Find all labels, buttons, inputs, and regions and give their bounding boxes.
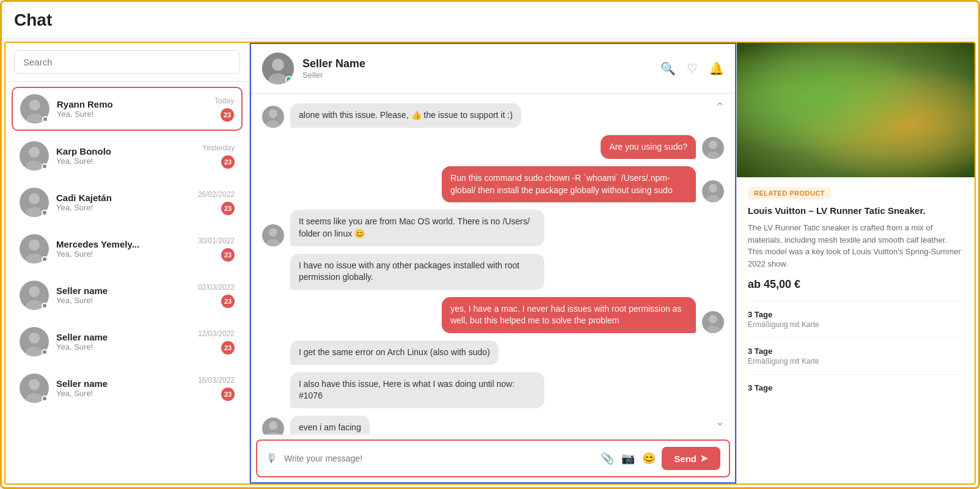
online-dot bbox=[42, 116, 48, 122]
contact-date: 12/03/2022 bbox=[198, 329, 235, 338]
avatar-container bbox=[20, 188, 49, 217]
paperclip-icon[interactable]: 📎 bbox=[601, 452, 614, 465]
related-label: RELATED PRODUCT bbox=[748, 187, 831, 199]
contact-info: Cadi Kajetán Yea, Sure! bbox=[56, 193, 198, 212]
contact-meta: 16/03/2022 23 bbox=[198, 376, 235, 401]
message-avatar bbox=[262, 106, 284, 128]
chat-seller-role: Seller bbox=[302, 70, 660, 79]
scroll-up-icon[interactable]: ⌃ bbox=[715, 100, 725, 114]
svg-point-37 bbox=[709, 315, 717, 323]
contact-item[interactable]: Seller name Yea, Sure! 02/03/2022 23 bbox=[12, 274, 243, 317]
contact-date: 16/03/2022 bbox=[198, 376, 235, 384]
unread-badge: 23 bbox=[221, 202, 235, 215]
contact-meta: 02/03/2022 23 bbox=[198, 283, 235, 308]
message-row: Are you using sudo? bbox=[262, 135, 724, 160]
contact-item[interactable]: Karp Bonolo Yea, Sure! Yesterday 23 bbox=[12, 134, 243, 177]
contact-meta: 12/03/2022 23 bbox=[198, 329, 235, 355]
avatar-container bbox=[20, 94, 49, 123]
svg-point-28 bbox=[709, 141, 717, 149]
option-subtitle: Ermäßigung mit Karte bbox=[748, 320, 964, 329]
mic-icon[interactable]: 🎙 bbox=[266, 452, 278, 466]
chat-header-icons: 🔍 ♡ 🔔 bbox=[660, 61, 724, 76]
message-bubble: I have no issue with any other packages … bbox=[290, 254, 544, 290]
svg-point-16 bbox=[29, 333, 40, 344]
contact-meta: Yesterday 23 bbox=[202, 144, 235, 169]
send-label: Send bbox=[674, 454, 697, 464]
contact-date: Yesterday bbox=[202, 144, 235, 152]
online-dot bbox=[42, 210, 48, 216]
related-product-section: RELATED PRODUCT Louis Vuitton – LV Runne… bbox=[737, 177, 975, 412]
svg-point-19 bbox=[29, 379, 40, 390]
message-bubble: It seems like you are from Mac OS world.… bbox=[290, 210, 544, 246]
message-row: I get the same error on Arch Linux (also… bbox=[262, 340, 724, 365]
contact-name: Seller name bbox=[56, 332, 198, 342]
contact-item[interactable]: Seller name Yea, Sure! 16/03/2022 23 bbox=[12, 367, 243, 410]
svg-point-7 bbox=[29, 193, 40, 204]
product-option-row: 3 Tage bbox=[748, 374, 964, 402]
scroll-down-icon[interactable]: ⌄ bbox=[715, 414, 725, 428]
contact-item[interactable]: Seller name Yea, Sure! 12/03/2022 23 bbox=[12, 320, 243, 363]
contact-item[interactable]: Ryann Remo Yea, Sure! Today 23 bbox=[12, 87, 243, 131]
contact-name: Mercedes Yemely... bbox=[56, 239, 198, 249]
search-icon[interactable]: 🔍 bbox=[660, 61, 676, 76]
online-dot bbox=[42, 395, 48, 402]
heart-icon[interactable]: ♡ bbox=[687, 61, 698, 76]
contact-preview: Yea, Sure! bbox=[57, 109, 214, 119]
bell-icon[interactable]: 🔔 bbox=[709, 61, 724, 76]
svg-point-40 bbox=[269, 421, 277, 430]
unread-badge: 23 bbox=[221, 248, 235, 262]
message-bubble: I get the same error on Arch Linux (also… bbox=[290, 340, 499, 365]
product-price: ab 45,00 € bbox=[748, 278, 964, 291]
contact-date: 30/01/2022 bbox=[198, 237, 235, 245]
online-dot bbox=[42, 303, 48, 309]
right-panel: RELATED PRODUCT Louis Vuitton – LV Runne… bbox=[736, 43, 975, 483]
online-dot bbox=[42, 349, 48, 355]
chat-input-area: 🎙 📎 📷 😊 Send ➤ bbox=[256, 439, 730, 477]
contact-preview: Yea, Sure! bbox=[56, 342, 198, 351]
contact-info: Mercedes Yemely... Yea, Sure! bbox=[56, 239, 198, 259]
online-indicator bbox=[285, 76, 293, 83]
avatar-container bbox=[20, 327, 49, 356]
product-title: Louis Vuitton – LV Runner Tatic Sneaker. bbox=[748, 205, 964, 216]
emoji-icon[interactable]: 😊 bbox=[642, 452, 656, 465]
chat-header: Seller Name Seller 🔍 ♡ 🔔 bbox=[251, 44, 735, 94]
message-bubble: alone with this issue. Please, 👍 the iss… bbox=[290, 103, 521, 128]
contact-item[interactable]: Cadi Kajetán Yea, Sure! 26/02/2022 23 bbox=[12, 181, 243, 224]
contact-list: Ryann Remo Yea, Sure! Today 23 Karp Bono… bbox=[5, 82, 249, 483]
unread-badge: 23 bbox=[221, 341, 235, 355]
camera-icon[interactable]: 📷 bbox=[621, 452, 635, 465]
message-avatar bbox=[702, 180, 724, 202]
unread-badge: 23 bbox=[221, 108, 234, 122]
message-row: yes, I have a mac. I never had issues wi… bbox=[262, 297, 724, 333]
contact-name: Karp Bonolo bbox=[56, 146, 202, 156]
input-icons: 📎 📷 😊 bbox=[601, 452, 656, 465]
message-input[interactable] bbox=[284, 454, 594, 463]
message-bubble: I also have this issue, Here is what I w… bbox=[290, 372, 544, 408]
chat-header-avatar bbox=[262, 53, 294, 84]
svg-point-10 bbox=[29, 240, 40, 251]
contact-preview: Yea, Sure! bbox=[56, 156, 202, 166]
product-option-row: 3 Tage Ermäßigung mit Karte bbox=[748, 301, 964, 337]
contact-preview: Yea, Sure! bbox=[56, 296, 198, 305]
search-input[interactable] bbox=[14, 50, 240, 74]
option-title: 3 Tage bbox=[748, 347, 964, 356]
contact-meta: 30/01/2022 23 bbox=[198, 237, 235, 262]
contact-info: Karp Bonolo Yea, Sure! bbox=[56, 146, 202, 166]
avatar-container bbox=[20, 281, 49, 310]
send-button[interactable]: Send ➤ bbox=[662, 447, 720, 470]
product-options: 3 Tage Ermäßigung mit Karte 3 Tage Ermäß… bbox=[748, 301, 964, 402]
app-container: Chat Ryann Remo Yea, Sure! bbox=[0, 0, 980, 489]
online-dot bbox=[42, 256, 48, 262]
product-image-inner bbox=[737, 43, 975, 177]
contact-date: Today bbox=[214, 97, 234, 105]
contact-name: Seller name bbox=[56, 378, 198, 389]
contact-item[interactable]: Mercedes Yemely... Yea, Sure! 30/01/2022… bbox=[12, 227, 243, 270]
message-avatar bbox=[262, 224, 284, 246]
contact-info: Seller name Yea, Sure! bbox=[56, 332, 198, 351]
unread-badge: 23 bbox=[221, 388, 235, 401]
contact-meta: Today 23 bbox=[214, 97, 234, 122]
message-row: Run this command sudo chown -R `whoami` … bbox=[262, 166, 724, 202]
chat-seller-name: Seller Name bbox=[302, 57, 660, 70]
online-dot bbox=[42, 163, 48, 169]
product-option-row: 3 Tage Ermäßigung mit Karte bbox=[748, 337, 964, 374]
